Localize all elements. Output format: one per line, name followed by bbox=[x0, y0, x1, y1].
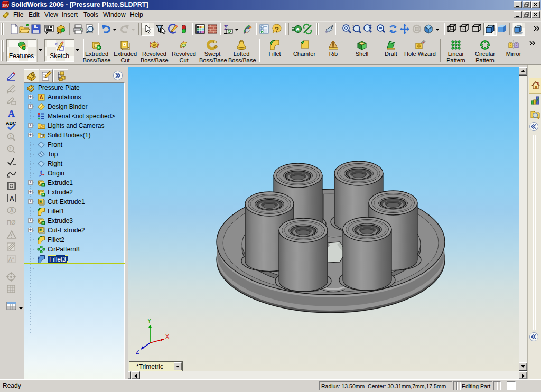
svg-text:?: ? bbox=[275, 25, 279, 33]
svg-text:A: A bbox=[8, 108, 15, 119]
svg-text:Z: Z bbox=[136, 349, 139, 355]
svg-text:Y: Y bbox=[147, 318, 152, 324]
svg-text:X: X bbox=[165, 333, 170, 340]
svg-text:A: A bbox=[10, 208, 14, 213]
svg-text:e: e bbox=[296, 26, 300, 32]
svg-text:2: 2 bbox=[9, 146, 12, 151]
svg-text:ΠØ: ΠØ bbox=[7, 219, 16, 226]
svg-text:A: A bbox=[10, 195, 14, 202]
svg-text:A: A bbox=[40, 95, 43, 100]
svg-text:SW: SW bbox=[2, 3, 9, 8]
svg-text:1: 1 bbox=[10, 134, 12, 139]
svg-text:A°: A° bbox=[8, 257, 14, 263]
